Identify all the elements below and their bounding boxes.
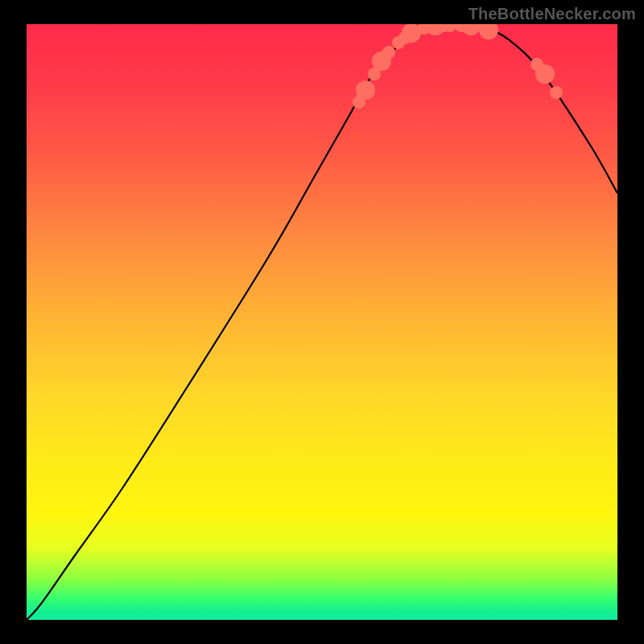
- data-marker: [550, 86, 563, 99]
- data-marker: [535, 64, 555, 84]
- bottleneck-curve: [27, 24, 617, 620]
- data-markers: [353, 24, 563, 109]
- data-marker: [479, 24, 498, 39]
- watermark-text: TheBottleNecker.com: [469, 5, 636, 23]
- chart-frame: TheBottleNecker.com: [0, 0, 644, 644]
- plot-area: [27, 24, 617, 620]
- curve-path: [27, 25, 617, 620]
- data-marker: [356, 80, 375, 100]
- data-marker: [382, 46, 395, 59]
- data-marker: [461, 24, 481, 35]
